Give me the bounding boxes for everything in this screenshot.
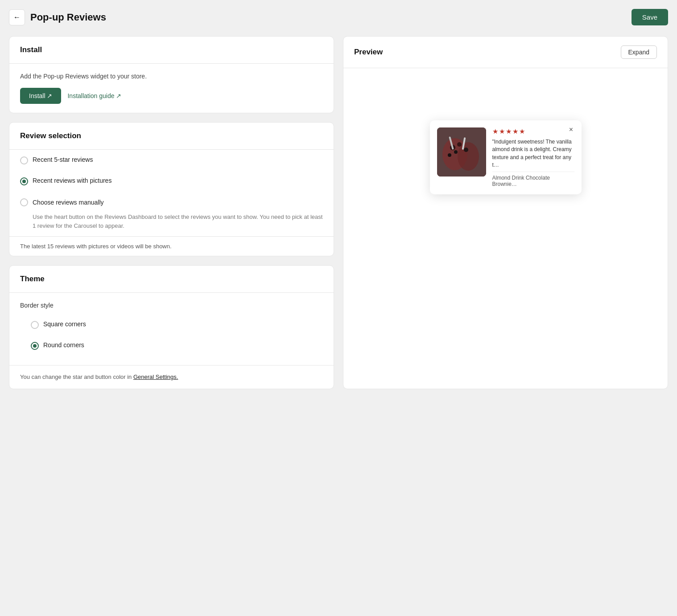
option-choose-manually[interactable]: Choose reviews manually Use the heart bu… — [9, 192, 334, 236]
theme-info: You can change the star and button color… — [9, 365, 334, 389]
svg-point-4 — [457, 142, 462, 147]
border-style-options: Square corners Round corners — [20, 314, 323, 356]
popup-image-inner — [437, 127, 486, 177]
theme-section: Border style Square corners Round corner… — [9, 293, 334, 365]
option-recent-5star-label: Recent 5-star reviews — [33, 156, 93, 163]
radio-round-corners[interactable] — [31, 342, 39, 350]
radio-recent-5star[interactable] — [20, 156, 28, 164]
preview-title: Preview — [354, 48, 383, 57]
popup-product-name: Almond Drink Chocolate Brownie… — [492, 172, 574, 187]
star-3: ★ — [506, 127, 512, 136]
install-card-header: Install — [9, 37, 334, 64]
svg-point-7 — [448, 153, 451, 157]
radio-recent-pictures[interactable] — [20, 177, 28, 185]
install-card: Install Add the Pop-up Reviews widget to… — [9, 36, 334, 113]
theme-title: Theme — [20, 275, 323, 283]
star-5: ★ — [519, 127, 525, 136]
general-settings-link[interactable]: General Settings. — [133, 374, 178, 380]
main-layout: Install Add the Pop-up Reviews widget to… — [9, 36, 668, 389]
option-choose-manually-row: Choose reviews manually — [20, 198, 104, 206]
radio-choose-manually[interactable] — [20, 198, 28, 206]
star-1: ★ — [492, 127, 498, 136]
install-title: Install — [20, 45, 323, 54]
theme-info-text: You can change the star and button color… — [20, 374, 133, 380]
popup-widget-preview: × — [430, 120, 582, 195]
option-round-corners-label: Round corners — [43, 341, 84, 349]
theme-card: Theme Border style Square corners Round … — [9, 265, 334, 389]
install-description: Add the Pop-up Reviews widget to your st… — [20, 73, 323, 80]
review-selection-options: Recent 5-star reviews Recent reviews wit… — [9, 150, 334, 236]
popup-review-content: ★ ★ ★ ★ ★ "Indulgent sweetness! The vani… — [492, 127, 574, 188]
installation-guide-link[interactable]: Installation guide ↗ — [67, 92, 121, 99]
star-4: ★ — [512, 127, 518, 136]
review-selection-header: Review selection — [9, 123, 334, 150]
preview-card: Preview Expand × — [343, 36, 668, 389]
back-icon: ← — [13, 13, 21, 21]
review-selection-card: Review selection Recent 5-star reviews R… — [9, 122, 334, 256]
install-button[interactable]: Install ↗ — [20, 88, 61, 104]
option-square-corners[interactable]: Square corners — [20, 314, 323, 335]
popup-stars: ★ ★ ★ ★ ★ — [492, 127, 574, 136]
option-choose-manually-desc: Use the heart button on the Reviews Dash… — [33, 213, 323, 230]
preview-content: × — [343, 68, 668, 246]
expand-button[interactable]: Expand — [621, 45, 657, 59]
svg-point-6 — [464, 148, 468, 152]
radio-square-corners[interactable] — [31, 321, 39, 329]
save-button[interactable]: Save — [632, 9, 668, 25]
install-actions: Install ↗ Installation guide ↗ — [20, 88, 323, 104]
option-square-corners-label: Square corners — [43, 320, 86, 328]
option-recent-5star[interactable]: Recent 5-star reviews — [9, 150, 334, 171]
back-button[interactable]: ← — [9, 9, 25, 25]
page-header: ← Pop-up Reviews Save — [9, 9, 668, 25]
popup-review-text: "Indulgent sweetness! The vanilla almond… — [492, 138, 574, 169]
header-left: ← Pop-up Reviews — [9, 9, 106, 25]
svg-point-5 — [454, 150, 458, 154]
option-round-corners[interactable]: Round corners — [20, 335, 323, 356]
popup-close-button[interactable]: × — [566, 124, 577, 136]
option-choose-manually-label: Choose reviews manually — [33, 199, 104, 206]
popup-product-image — [437, 127, 486, 177]
review-selection-title: Review selection — [20, 131, 323, 140]
page-title: Pop-up Reviews — [30, 12, 106, 23]
review-selection-info: The latest 15 reviews with pictures or v… — [9, 236, 334, 256]
install-card-body: Add the Pop-up Reviews widget to your st… — [9, 64, 334, 113]
preview-header: Preview Expand — [343, 37, 668, 68]
star-2: ★ — [499, 127, 505, 136]
popup-body: ★ ★ ★ ★ ★ "Indulgent sweetness! The vani… — [430, 120, 582, 195]
left-column: Install Add the Pop-up Reviews widget to… — [9, 36, 334, 389]
svg-point-2 — [458, 142, 479, 171]
border-style-label: Border style — [20, 302, 323, 309]
product-image-svg — [437, 127, 486, 177]
option-recent-pictures[interactable]: Recent reviews with pictures — [9, 171, 334, 192]
option-recent-pictures-label: Recent reviews with pictures — [33, 177, 111, 184]
theme-card-header: Theme — [9, 266, 334, 293]
